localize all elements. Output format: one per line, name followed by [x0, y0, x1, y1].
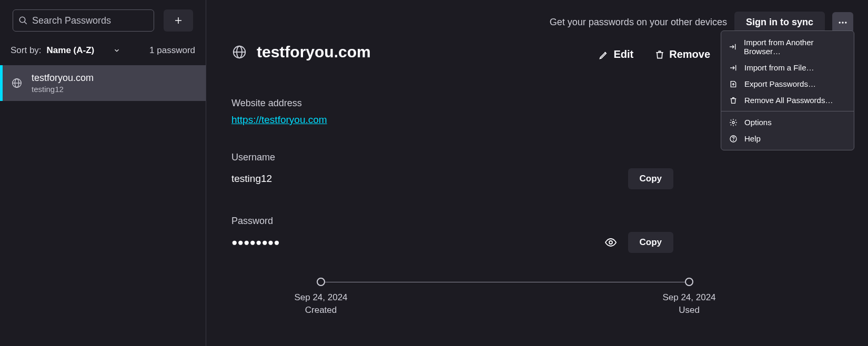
menu-label: Help — [744, 134, 761, 143]
reveal-password-button[interactable] — [603, 235, 619, 250]
menu-import-browser[interactable]: Import from Another Browser… — [721, 34, 854, 59]
more-menu-button[interactable] — [832, 12, 853, 33]
svg-point-14 — [732, 121, 734, 124]
copy-password-button[interactable]: Copy — [628, 232, 674, 253]
login-item-title: testforyou.com — [32, 73, 94, 84]
copy-username-button[interactable]: Copy — [628, 168, 674, 189]
search-input[interactable] — [32, 15, 148, 26]
menu-export[interactable]: Export Passwords… — [721, 76, 854, 92]
trash-icon — [729, 96, 738, 105]
svg-point-0 — [19, 17, 25, 23]
menu-label: Import from Another Browser… — [744, 38, 846, 56]
search-icon — [18, 16, 28, 25]
svg-point-8 — [842, 22, 843, 23]
gear-icon — [729, 118, 738, 127]
globe-icon — [231, 44, 247, 60]
pencil-icon — [599, 49, 609, 60]
eye-icon — [604, 236, 617, 249]
detail-panel: Get your passwords on your other devices… — [206, 0, 868, 346]
plus-icon — [174, 16, 183, 25]
edit-button[interactable]: Edit — [599, 48, 633, 60]
remove-button[interactable]: Remove — [654, 48, 710, 60]
sort-select[interactable]: Name (A-Z) — [47, 45, 121, 56]
add-login-button[interactable] — [164, 9, 193, 32]
svg-point-13 — [609, 241, 612, 244]
globe-icon — [11, 77, 23, 89]
login-list: testforyou.com testing12 — [0, 65, 206, 346]
edit-label: Edit — [613, 48, 633, 60]
login-item-username: testing12 — [32, 85, 94, 94]
password-count: 1 password — [149, 45, 195, 56]
trash-icon — [654, 49, 665, 60]
menu-separator — [721, 111, 854, 111]
import-icon — [729, 43, 738, 51]
timeline-node-used — [685, 278, 693, 286]
timeline-node-created — [317, 278, 325, 286]
menu-import-file[interactable]: Import from a File… — [721, 59, 854, 76]
menu-label: Options — [744, 118, 772, 127]
login-list-item[interactable]: testforyou.com testing12 — [0, 65, 206, 101]
login-title: testforyou.com — [257, 43, 371, 61]
sign-in-sync-button[interactable]: Sign in to sync — [734, 12, 825, 33]
menu-label: Export Passwords… — [744, 79, 816, 88]
svg-point-7 — [839, 22, 841, 23]
menu-options[interactable]: Options — [721, 114, 854, 130]
website-link[interactable]: https://testforyou.com — [231, 114, 327, 125]
sync-promo-text: Get your passwords on your other devices — [550, 17, 727, 28]
menu-label: Import from a File… — [744, 63, 814, 72]
timeline: Sep 24, 2024 Created Sep 24, 2024 Used — [321, 282, 689, 282]
menu-help[interactable]: Help — [721, 130, 854, 147]
svg-line-1 — [24, 22, 27, 24]
svg-point-16 — [733, 140, 734, 141]
used-label: Used — [647, 305, 731, 316]
sort-label: Sort by: — [11, 45, 42, 56]
created-date: Sep 24, 2024 — [294, 292, 347, 302]
menu-remove-all[interactable]: Remove All Passwords… — [721, 92, 854, 108]
sidebar: Sort by: Name (A-Z) 1 password testforyo… — [0, 0, 206, 346]
ellipsis-icon — [837, 17, 848, 28]
help-icon — [729, 135, 738, 143]
more-menu: Import from Another Browser… Import from… — [721, 30, 854, 150]
sort-value: Name (A-Z) — [47, 45, 95, 56]
svg-point-9 — [845, 22, 846, 23]
chevron-down-icon — [113, 47, 120, 54]
password-value: ●●●●●●●● — [231, 237, 603, 248]
menu-label: Remove All Passwords… — [744, 96, 833, 105]
search-field[interactable] — [13, 9, 154, 32]
remove-label: Remove — [669, 48, 710, 60]
created-label: Created — [279, 305, 363, 316]
import-icon — [729, 64, 738, 72]
used-date: Sep 24, 2024 — [662, 292, 715, 302]
username-value: testing12 — [231, 173, 628, 185]
password-label: Password — [231, 216, 847, 227]
username-label: Username — [231, 152, 847, 163]
export-icon — [729, 80, 738, 88]
